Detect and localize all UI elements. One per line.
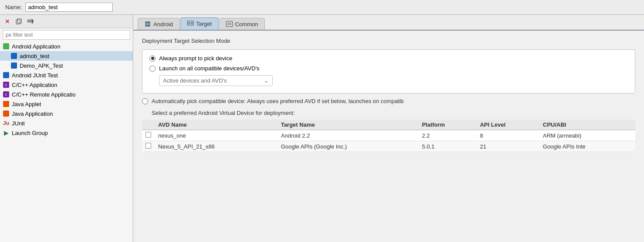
sidebar-item-android-junit[interactable]: Android JUnit Test	[0, 70, 133, 80]
panel: Deployment Target Selection Mode Always …	[133, 30, 644, 242]
name-bar: Name:	[0, 0, 644, 15]
avd-row1-checkbox[interactable]	[145, 132, 151, 138]
tab-common[interactable]: Common	[219, 18, 265, 30]
android-icon	[3, 43, 10, 50]
tab-target[interactable]: Target	[180, 17, 218, 30]
avd-section: Select a preferred Android Virtual Devic…	[142, 110, 635, 152]
sidebar-item-label: Java Applet	[12, 101, 41, 107]
java-app-icon	[3, 110, 10, 117]
avd-col-target: Target Name	[277, 120, 419, 130]
more-button[interactable]	[25, 17, 35, 26]
avd-subtitle: Select a preferred Android Virtual Devic…	[142, 110, 635, 116]
sidebar-list: Android Application admob_test Demo_APK_…	[0, 41, 133, 242]
avd-row2-name: Nexus_5_API_21_x86	[155, 141, 277, 152]
sidebar-item-admob-test[interactable]: admob_test	[0, 51, 133, 61]
sidebar-item-java-application[interactable]: Java Application	[0, 109, 133, 118]
junit-android-icon	[3, 72, 10, 79]
sidebar-item-android-application[interactable]: Android Application	[0, 41, 133, 51]
radio-always-prompt-label: Always prompt to pick device	[159, 55, 232, 62]
sidebar-item-launch-group[interactable]: ▶ Launch Group	[0, 128, 133, 138]
avd-row2-platform: 5.0.1	[419, 141, 477, 152]
avd-row2-api: 21	[476, 141, 539, 152]
svg-rect-8	[188, 22, 190, 24]
filter-input[interactable]	[3, 30, 130, 40]
radio-always-prompt[interactable]: Always prompt to pick device	[149, 55, 628, 62]
junit-icon: Ju	[3, 120, 10, 127]
avd-row2-cpu: Google APIs Inte	[540, 141, 636, 152]
sidebar-toolbar: ✕	[0, 15, 133, 28]
avd-col-api: API Level	[476, 120, 539, 130]
java-applet-icon	[3, 100, 10, 107]
launch-icon: ▶	[3, 129, 10, 136]
sidebar-item-label: C/C++ Application	[12, 82, 57, 88]
avd-table: AVD Name Target Name Platform API Level …	[142, 120, 635, 152]
sidebar-item-cpp-remote[interactable]: c C/C++ Remote Applicatio	[0, 90, 133, 99]
tabs: Android Target	[133, 15, 644, 30]
sidebar-item-demo-apk-test[interactable]: Demo_APK_Test	[0, 61, 133, 70]
options-group: Always prompt to pick device Launch on a…	[142, 49, 635, 93]
name-input[interactable]	[25, 3, 113, 12]
admob-icon	[10, 52, 17, 59]
radio-auto-pick[interactable]: Automatically pick compatible device: Al…	[142, 98, 635, 104]
avd-col-checkbox	[142, 120, 155, 130]
target-tab-icon	[187, 20, 194, 27]
avd-col-cpu: CPU/ABI	[540, 120, 636, 130]
section-title: Deployment Target Selection Mode	[142, 38, 635, 44]
radio-launch-all-label: Launch on all compatible devices/AVD's	[159, 65, 260, 72]
sidebar-item-junit[interactable]: Ju JUnit	[0, 118, 133, 128]
demo-icon	[10, 62, 17, 69]
avd-col-platform: Platform	[419, 120, 477, 130]
sidebar-item-label: Launch Group	[12, 130, 48, 136]
avd-row1-name: nexus_one	[155, 130, 277, 141]
cpp-remote-icon: c	[3, 91, 10, 98]
avd-row1-api: 8	[476, 130, 539, 141]
content-area: Android Target	[133, 15, 644, 242]
avd-row2-target: Google APIs (Google Inc.)	[277, 141, 419, 152]
sidebar: ✕ Android Application	[0, 15, 133, 242]
radio-auto-pick-input[interactable]	[142, 98, 148, 104]
tab-android-label: Android	[153, 21, 173, 28]
radio-launch-all-input[interactable]	[149, 66, 156, 72]
avd-dropdown[interactable]: Active devices and AVD's ⌄	[159, 75, 273, 86]
sidebar-item-label: Android JUnit Test	[12, 72, 58, 79]
tab-target-label: Target	[196, 21, 212, 27]
avd-row2-checkbox[interactable]	[145, 143, 151, 149]
sidebar-item-java-applet[interactable]: Java Applet	[0, 99, 133, 109]
radio-launch-all[interactable]: Launch on all compatible devices/AVD's	[149, 65, 628, 72]
delete-button[interactable]: ✕	[3, 17, 12, 26]
name-label: Name:	[5, 4, 22, 10]
svg-marker-4	[32, 18, 34, 24]
dropdown-row: Active devices and AVD's ⌄	[149, 75, 628, 86]
radio-auto-pick-label: Automatically pick compatible device: Al…	[152, 98, 404, 104]
common-tab-icon	[226, 21, 233, 28]
chevron-down-icon: ⌄	[264, 77, 269, 84]
table-row: nexus_one Android 2.2 2.2 8 ARM (armeabi…	[142, 130, 635, 141]
avd-row1-target: Android 2.2	[277, 130, 419, 141]
avd-dropdown-value: Active devices and AVD's	[163, 77, 227, 84]
sidebar-item-label: Android Application	[12, 43, 60, 50]
radio-always-prompt-input[interactable]	[149, 55, 156, 62]
svg-rect-10	[226, 21, 232, 27]
avd-col-name: AVD Name	[155, 120, 277, 130]
avd-row2-checkbox-cell[interactable]	[142, 141, 155, 152]
sidebar-item-label: JUnit	[12, 120, 25, 127]
sidebar-item-cpp-application[interactable]: c C/C++ Application	[0, 80, 133, 90]
sidebar-item-label: C/C++ Remote Applicatio	[12, 91, 76, 98]
avd-row1-cpu: ARM (armeabi)	[540, 130, 636, 141]
sidebar-item-label: admob_test	[20, 53, 49, 59]
tab-android[interactable]: Android	[138, 18, 180, 30]
avd-row1-checkbox-cell[interactable]	[142, 130, 155, 141]
svg-rect-9	[191, 22, 193, 24]
table-row: Nexus_5_API_21_x86 Google APIs (Google I…	[142, 141, 635, 152]
main-layout: ✕ Android Application	[0, 15, 644, 242]
sidebar-item-label: Java Application	[12, 111, 53, 117]
avd-row1-platform: 2.2	[419, 130, 477, 141]
android-tab-icon	[144, 21, 151, 28]
tab-common-label: Common	[235, 21, 258, 28]
sidebar-item-label: Demo_APK_Test	[20, 62, 63, 69]
cpp-icon: c	[3, 81, 10, 88]
copy-button[interactable]	[14, 17, 24, 26]
